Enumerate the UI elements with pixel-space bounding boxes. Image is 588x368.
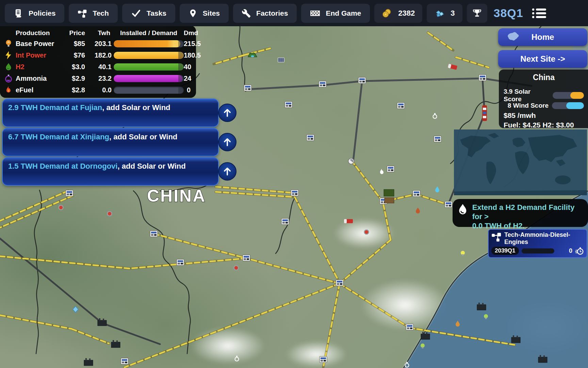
tasks-button[interactable]: Tasks	[122, 4, 175, 23]
production-row-int-power: Int Power $76 182.0 180.5	[4, 49, 193, 61]
alert-highlight: 2.9 TWH Demand at Fujian	[8, 103, 102, 112]
header-twh: Twh	[87, 29, 114, 37]
alert-up-arrow-button[interactable]	[218, 133, 236, 151]
efuel-bar	[114, 87, 184, 94]
gems-counter[interactable]: 3	[427, 4, 462, 23]
tech-tree-icon	[78, 9, 87, 18]
gems-value: 3	[451, 9, 455, 18]
trophy-button[interactable]	[467, 4, 487, 23]
production-row-base-power: Base Power $85 203.1 215.5	[4, 38, 193, 49]
production-panel: Production Price Twh Installed / Demand …	[0, 26, 196, 98]
country-name: China	[504, 73, 584, 82]
next-site-label: Next Site ->	[520, 54, 565, 64]
tech-research-panel[interactable]: Tech-Ammonia-Diesel- Engines 2039Q1 0	[488, 229, 587, 258]
alert-fujian[interactable]: 2.9 TWH Demand at Fujian, add Solar or W…	[2, 98, 219, 127]
tech-eta: 2039Q1	[491, 247, 519, 255]
task-line1: Extend a H2 Demand Facility for >	[472, 203, 585, 221]
fuel-prices: Fuel: $4.25 H2: $3.00	[504, 121, 584, 129]
coins-icon	[382, 8, 392, 18]
trophy-icon	[472, 8, 482, 18]
header-installed: Installed / Demand	[114, 29, 184, 37]
header-dmd: Dmd	[184, 29, 198, 37]
base-power-bar	[114, 40, 184, 47]
alert-dornogovi[interactable]: 1.5 TWH Demand at Dornogovi, add Solar o…	[2, 157, 219, 186]
production-row-ammonia: Ammonia $2.9 23.2 24	[4, 73, 193, 84]
menu-icon[interactable]	[531, 7, 547, 19]
coins-value: 2382	[398, 9, 415, 18]
flask-icon	[4, 74, 13, 83]
stopwatch-icon	[575, 246, 584, 255]
endgame-icon	[310, 9, 320, 17]
tech-label: Tech	[93, 9, 109, 17]
tech-count: 0	[569, 247, 572, 255]
flame-icon	[4, 86, 13, 94]
country-panel: China 3.9 Solar Score 8 Wind Score $85 /…	[499, 70, 588, 128]
tech-tree-icon	[491, 231, 502, 242]
scroll-icon	[14, 9, 23, 18]
header-production: Production	[16, 29, 66, 37]
production-row-h2: H2 $3.0 40.1 40	[4, 61, 193, 73]
sites-button[interactable]: Sites	[180, 4, 229, 23]
map-label-china: CHINA	[147, 186, 206, 205]
top-bar: Policies Tech Tasks Sites Factories	[0, 0, 588, 26]
up-arrow-icon	[222, 166, 232, 177]
bulb-icon	[4, 39, 13, 48]
int-power-bar	[114, 52, 184, 59]
quarter-indicator: 38Q1	[494, 6, 523, 20]
bolt-icon	[4, 51, 13, 60]
tasks-label: Tasks	[147, 9, 166, 17]
alert-highlight: 1.5 TWH Demand at Dornogovi	[8, 162, 117, 170]
h2-bar	[114, 63, 184, 71]
wrench-icon	[242, 9, 251, 18]
wind-score-label: 8 Wind Score	[508, 102, 549, 109]
ammonia-bar	[114, 75, 184, 82]
up-arrow-icon	[222, 137, 232, 147]
home-label: Home	[532, 32, 554, 42]
check-icon	[131, 8, 141, 18]
factories-button[interactable]: Factories	[233, 4, 297, 23]
solar-score-bar	[553, 92, 584, 99]
tech-name-line1: Tech-Ammonia-Diesel-	[504, 231, 570, 239]
end-game-button[interactable]: End Game	[301, 4, 370, 23]
tech-progress-bar	[522, 248, 554, 254]
wind-score-bar	[552, 102, 584, 109]
alert-up-arrow-button[interactable]	[218, 162, 236, 181]
production-row-efuel: eFuel $2.8 0.0 0	[4, 84, 193, 96]
production-header: Production Price Twh Installed / Demand …	[4, 28, 193, 38]
droplet-icon	[457, 203, 468, 217]
h2-droplet-icon	[4, 62, 13, 71]
gem-icon	[434, 8, 444, 18]
solar-score-label: 3.9 Solar Score	[504, 88, 549, 103]
tech-button[interactable]: Tech	[69, 4, 117, 23]
tech-name-line2: Engines	[504, 239, 570, 246]
factories-label: Factories	[256, 9, 288, 17]
map-pin-icon	[189, 9, 197, 18]
alert-rest: , add Solar or Wind	[102, 103, 170, 112]
up-arrow-icon	[222, 108, 232, 118]
alert-rest: , add Solar or Wind	[117, 162, 185, 170]
alert-xinjiang[interactable]: 6.7 TWH Demand at Xinjiang, add Solar or…	[2, 128, 219, 156]
coins-counter[interactable]: 2382	[374, 4, 422, 23]
home-button[interactable]: Home	[498, 28, 587, 46]
china-map-icon	[506, 31, 521, 43]
alert-up-arrow-button[interactable]	[218, 104, 236, 122]
alert-highlight: 6.7 TWH Demand at Xinjiang	[8, 133, 109, 141]
world-map-thumbnail[interactable]	[454, 129, 587, 195]
solar-score-row: 3.9 Solar Score	[504, 91, 584, 100]
end-game-label: End Game	[326, 9, 361, 17]
policies-button[interactable]: Policies	[5, 4, 64, 23]
wind-score-row: 8 Wind Score	[504, 101, 584, 110]
next-site-button[interactable]: Next Site ->	[498, 50, 587, 68]
header-price: Price	[66, 29, 87, 37]
power-price: $85 /mwh	[504, 111, 584, 120]
sites-label: Sites	[203, 9, 220, 17]
policies-label: Policies	[29, 9, 55, 17]
h2-task-panel[interactable]: Extend a H2 Demand Facility for > 0.0 TW…	[453, 199, 588, 227]
alert-rest: , add Solar or Wind	[109, 133, 177, 141]
